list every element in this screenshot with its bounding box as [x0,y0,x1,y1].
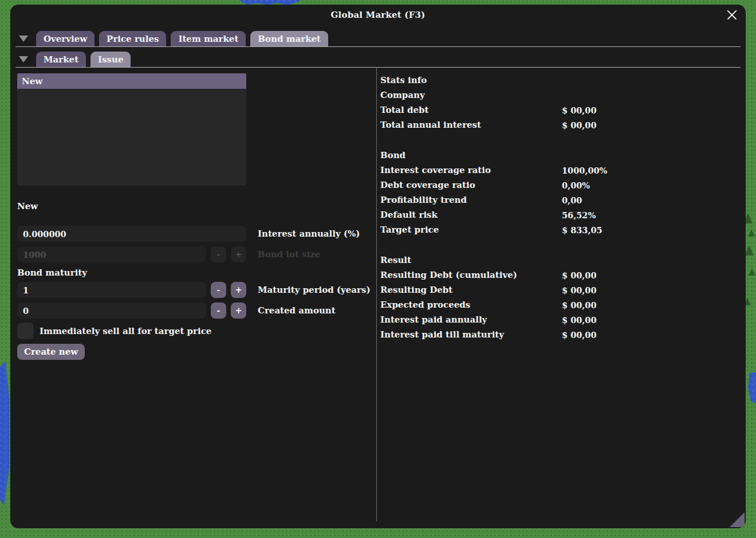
plus-stepper-icon[interactable]: + [231,282,246,298]
stat-row: Target price $ 833,05 [380,222,737,237]
interest-annually-label: Interest annually (%) [258,229,360,239]
minus-stepper-icon[interactable]: - [211,303,226,319]
minus-stepper-icon: - [211,246,226,262]
stats-info-header: Stats info [380,75,427,85]
create-new-button[interactable]: Create new [17,344,85,360]
plus-stepper-icon: + [231,246,246,262]
stat-label: Resulting Debt [380,285,562,295]
stat-value: $ 00,00 [562,270,597,280]
stat-label: Default risk [380,210,562,220]
stat-row: Total debt $ 00,00 [380,103,737,117]
form-section-title: New [17,201,38,211]
created-amount-row: - + Created amount [17,303,336,319]
tab-overview[interactable]: Overview [36,31,94,46]
stat-value: 0,00% [562,180,590,190]
stat-label: Total annual interest [380,120,562,130]
close-icon[interactable] [726,9,738,21]
stat-label: Debt coverage ratio [380,180,562,190]
interest-row: Interest annually (%) [17,226,360,242]
stat-value: $ 00,00 [562,300,597,310]
stat-label: Interest paid till maturity [380,329,562,340]
stat-row: Resulting Debt (cumulative) $ 00,00 [380,268,737,282]
tree-icon [749,268,755,276]
create-new-row: Create new [17,344,85,360]
stat-row: Default risk 56,52% [380,207,737,222]
sell-checkbox-row: Immediately sell all for target price [17,323,211,339]
stat-label: Target price [380,225,562,235]
bond-lot-size-row: - + Bond lot size [17,246,320,262]
bond-list: New [17,73,246,186]
stat-value: $ 00,00 [562,285,597,295]
immediately-sell-label: Immediately sell all for target price [40,326,211,336]
stat-row: Profitability trend 0,00 [380,193,737,207]
plus-stepper-icon[interactable]: + [231,303,246,319]
global-market-window: Global Market (F3) Overview Price rules … [10,5,746,528]
stat-row: Expected proceeds $ 00,00 [380,297,737,312]
stat-value: $ 00,00 [562,120,597,130]
stat-value: $ 833,05 [562,225,603,235]
stats-panel: Stats info Company Total debt $ 00,00 To… [376,68,737,521]
immediately-sell-checkbox[interactable] [17,323,34,339]
stat-label: Resulting Debt (cumulative) [380,270,562,280]
tab-bond-market[interactable]: Bond market [250,31,328,46]
water-patch-right [748,372,756,404]
stat-label: Interest paid annually [380,315,562,325]
water-patch-left [0,361,9,505]
tab-price-rules[interactable]: Price rules [99,31,166,46]
bond-lot-size-label: Bond lot size [258,249,320,260]
bond-lot-size-input [17,246,206,262]
resize-handle[interactable] [730,512,745,527]
main-tab-bar: Overview Price rules Item market Bond ma… [15,31,741,47]
bond-maturity-header: Bond maturity [17,268,87,278]
stat-row: Interest coverage ratio 1000,00% [380,163,737,178]
stat-value: 1000,00% [562,166,607,175]
created-amount-label: Created amount [258,305,336,316]
stat-row: Interest paid annually $ 00,00 [380,312,737,327]
stat-value: $ 00,00 [562,330,597,340]
tree-icon [748,229,755,237]
tab-market[interactable]: Market [36,52,86,67]
created-amount-input[interactable] [17,303,206,319]
maturity-period-row: - + Maturity period (years) [17,282,371,298]
stat-row: Interest paid till maturity $ 00,00 [380,327,737,342]
window-title: Global Market (F3) [10,10,746,20]
result-header: Result [380,255,411,265]
bond-header: Bond [380,150,405,160]
collapse-arrow-icon[interactable] [19,56,28,62]
stat-label: Profitability trend [380,195,562,205]
stat-row: Total annual interest $ 00,00 [380,117,737,132]
bond-list-item-new[interactable]: New [17,73,246,89]
game-terrain-background: Global Market (F3) Overview Price rules … [0,0,756,538]
stat-label: Expected proceeds [380,300,562,310]
stat-value: 56,52% [562,210,596,220]
stat-row: Resulting Debt $ 00,00 [380,282,737,297]
tab-item-market[interactable]: Item market [171,31,246,46]
stat-value: $ 00,00 [562,315,597,325]
stat-label: Total debt [380,105,562,115]
company-header: Company [380,90,425,100]
stat-label: Interest coverage ratio [380,165,562,175]
stat-value: $ 00,00 [562,105,597,115]
interest-annually-input[interactable] [17,226,246,242]
sub-tab-bar: Market Issue [15,52,741,68]
minus-stepper-icon[interactable]: - [211,282,226,298]
tree-icon [745,245,754,256]
tab-issue[interactable]: Issue [90,52,131,67]
collapse-arrow-icon[interactable] [19,36,28,42]
stat-value: 0,00 [562,195,582,205]
stat-row: Debt coverage ratio 0,00% [380,178,737,193]
maturity-period-label: Maturity period (years) [258,285,371,295]
maturity-period-input[interactable] [17,282,206,298]
